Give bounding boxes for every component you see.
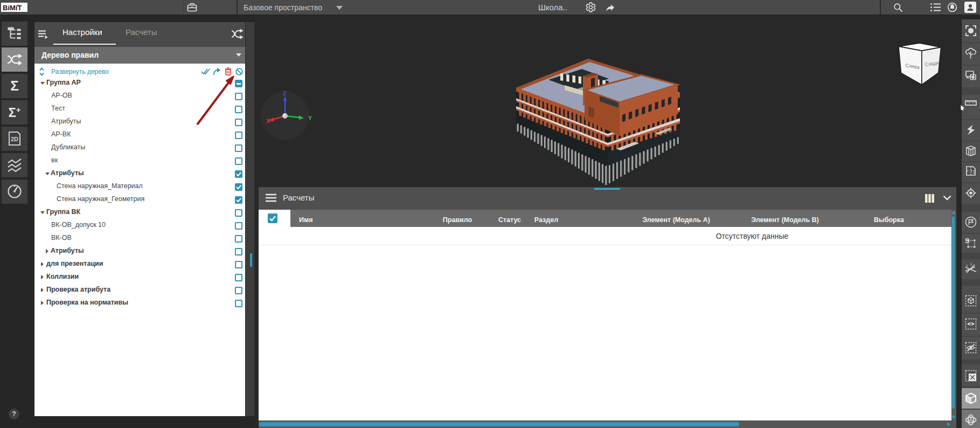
svg-text:1: 1 [966, 264, 968, 267]
svg-text:Z: Z [283, 90, 287, 96]
svg-text:Y: Y [308, 115, 312, 121]
svg-text:2: 2 [970, 263, 972, 266]
svg-text:2D: 2D [11, 136, 18, 142]
svg-text:X: X [266, 118, 270, 124]
